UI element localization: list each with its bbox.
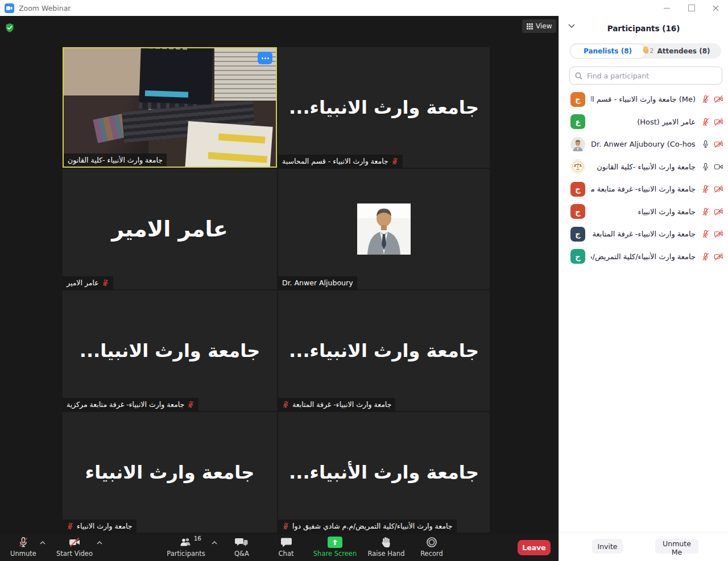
participant-name: جامعة وارث الانبياء- غرفة المتابعة — [292, 400, 391, 409]
video-tile-university[interactable]: جامعة وارث الانبياء جامعة وارث الانبياء — [63, 412, 277, 533]
close-button[interactable] — [704, 0, 727, 16]
title-bar: Zoom Webinar — [0, 0, 728, 16]
video-tile-amer-alamir[interactable]: عامر الامير عامر الامير — [63, 169, 277, 289]
tile-big-name: جامعة وارث الانبيا... — [63, 290, 277, 411]
search-input[interactable] — [586, 71, 717, 81]
avatar: ج — [570, 249, 585, 264]
tile-name-label: عامر الامير — [63, 276, 113, 289]
tab-attendees-label: Attendees (8) — [657, 47, 710, 55]
participant-row[interactable]: ج جامعة وارث الأنبياء/كلية التمريض/م.م..… — [559, 246, 728, 268]
start-video-button[interactable]: Start Video — [56, 537, 93, 558]
qa-button[interactable]: Q&A — [228, 537, 256, 558]
view-button[interactable]: View — [522, 19, 556, 33]
maximize-button[interactable] — [680, 0, 703, 16]
video-off-icon — [714, 230, 723, 238]
participants-icon — [180, 537, 192, 548]
chat-icon — [280, 537, 292, 548]
tile-big-name: جامعة وارث الانبياء... — [278, 47, 490, 168]
participant-row[interactable]: ج جامعة وارث الانبياء — [559, 201, 728, 223]
profile-photo — [357, 203, 411, 255]
search-icon — [575, 72, 582, 80]
participant-row[interactable]: ج جامعة وارث الانبياء- غرفة المتابعة — [559, 223, 728, 246]
video-tile-dr-anwer[interactable]: Dr. Anwer Aljuboury — [278, 169, 490, 289]
participant-name: جامعة وارث الانبياء — [638, 207, 696, 216]
video-off-icon — [714, 207, 723, 216]
muted-mic-icon — [701, 95, 710, 103]
invite-button[interactable]: Invite — [592, 539, 623, 554]
tab-attendees[interactable]: Attendees (8) — [646, 43, 721, 59]
participants-title: Participants (16) — [607, 24, 680, 33]
participants-header: Participants (16) — [559, 16, 728, 41]
participant-list: ج جامعة وارث الانبياء - قسم المحا... (Me… — [559, 88, 728, 268]
participant-row[interactable]: جامعة وارث الأنبياء -كلية القانون — [559, 156, 728, 178]
leave-button[interactable]: Leave — [518, 540, 551, 555]
participant-name: جامعة وارث الانبياء- غرفة متابعة مرك... — [591, 185, 696, 193]
video-off-icon — [714, 95, 723, 103]
raise-hand-button[interactable]: Raise Hand — [366, 537, 406, 558]
participants-label: Participants — [167, 550, 205, 558]
tab-panelists[interactable]: Panelists (8) — [570, 44, 646, 58]
collapse-panel-chevron-icon[interactable] — [568, 24, 575, 28]
participant-name: جامعة وارث الانبياء- غرفة متابعة مركزية — [67, 400, 184, 409]
tile-big-name: جامعة وارث الانبياء... — [278, 290, 490, 411]
participant-name: جامعة وارث الانبياء — [77, 522, 133, 530]
chat-label: Chat — [279, 550, 294, 558]
video-tile-accounting-dept[interactable]: جامعة وارث الانبياء... جامعة وارث الانبي… — [278, 47, 490, 168]
video-tile-central-followup-room[interactable]: جامعة وارث الانبيا... جامعة وارث الانبيا… — [63, 290, 277, 411]
avatar: ج — [570, 182, 585, 197]
share-screen-button[interactable]: Share Screen — [312, 537, 358, 558]
tile-name-label: جامعة وارث الانبياء- غرفة متابعة مركزية — [63, 398, 198, 411]
window-title: Zoom Webinar — [19, 4, 71, 13]
participant-name: جامعة وارث الأنبياء -كلية القانون — [597, 163, 696, 171]
muted-mic-icon — [67, 522, 74, 530]
participant-row[interactable]: ج جامعة وارث الانبياء- غرفة متابعة مرك..… — [559, 178, 728, 201]
security-shield-icon[interactable] — [5, 23, 15, 33]
chat-button[interactable]: Chat — [272, 537, 300, 558]
participants-count-badge: 16 — [194, 535, 201, 542]
share-screen-icon — [328, 537, 342, 548]
minimize-button[interactable] — [655, 0, 678, 16]
tile-name-label: جامعة وارث الأنبياء/كلية التمريض/م.م شاد… — [278, 520, 457, 533]
muted-mic-icon — [102, 279, 109, 286]
raise-hand-icon — [381, 537, 391, 548]
record-label: Record — [420, 550, 443, 558]
unmute-label: Unmute — [10, 550, 36, 558]
muted-mic-icon — [282, 401, 289, 408]
start-video-label: Start Video — [56, 550, 93, 558]
participant-row[interactable]: ج جامعة وارث الانبياء - قسم المحا... (Me… — [559, 88, 728, 111]
tile-big-name: جامعة وارث الأنبياء... — [278, 412, 490, 533]
participant-suffix: (Me) — [679, 95, 696, 103]
participants-button[interactable]: 16 Participants — [166, 537, 206, 558]
audio-options-chevron[interactable] — [40, 541, 46, 545]
unmute-button[interactable]: Unmute — [8, 537, 39, 558]
participant-name: جامعة وارث الانبياء - قسم المحا... — [591, 95, 677, 103]
tile-name-label: Dr. Anwer Aljuboury — [278, 276, 357, 289]
mic-icon — [701, 140, 710, 148]
qa-label: Q&A — [234, 550, 249, 558]
unmute-me-button[interactable]: Unmute Me — [655, 539, 698, 554]
tile-name-label: جامعة وارث الانبياء - قسم المحاسبة — [278, 155, 403, 168]
video-off-icon — [714, 118, 723, 126]
tile-more-options-button[interactable] — [258, 52, 272, 64]
participant-row[interactable]: Dr. Anwer Aljuboury (Co-host) — [559, 133, 728, 156]
video-options-chevron[interactable] — [97, 541, 102, 545]
panel-tabs: Panelists (8) Attendees (8) 2 — [569, 43, 721, 59]
tile-big-name: عامر الامير — [63, 169, 277, 289]
muted-mic-icon — [701, 185, 710, 193]
record-icon — [426, 537, 437, 548]
video-tile-law-college[interactable]: جامعة وارث الأنبياء -كلية القانون — [63, 47, 277, 168]
participant-name: عامر الامير — [67, 279, 99, 287]
record-button[interactable]: Record — [415, 537, 448, 558]
muted-mic-icon — [701, 207, 710, 216]
participant-row[interactable]: ع (Host) عامر الامير — [559, 111, 728, 134]
muted-mic-icon — [701, 252, 710, 261]
raised-hand-icon — [642, 45, 650, 54]
tile-name-label: جامعة وارث الانبياء — [63, 520, 136, 533]
participants-options-chevron[interactable] — [212, 541, 217, 545]
participant-suffix: (Host) — [637, 118, 660, 126]
video-tile-followup-room[interactable]: جامعة وارث الانبياء... جامعة وارث الانبي… — [278, 290, 490, 411]
avatar: ج — [570, 204, 585, 219]
video-stage: View جامعة وارث الأنبياء -كلية القانون — [0, 16, 559, 561]
muted-mic-icon — [18, 537, 29, 548]
video-tile-nursing-college[interactable]: جامعة وارث الأنبياء... جامعة وارث الأنبي… — [278, 412, 490, 533]
